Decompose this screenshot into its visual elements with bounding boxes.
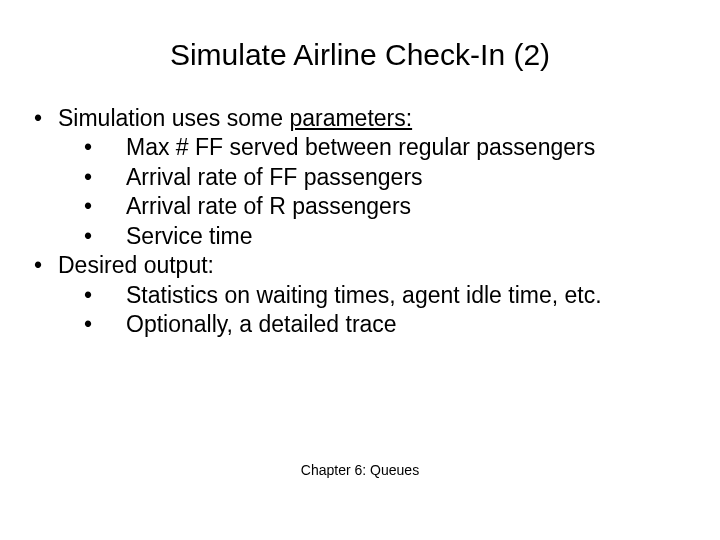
- list-item: • Optionally, a detailed trace: [76, 310, 690, 339]
- sub-list: • Statistics on waiting times, agent idl…: [18, 281, 690, 340]
- bullet-icon: •: [76, 133, 126, 162]
- list-item-text: Simulation uses some parameters:: [58, 104, 690, 133]
- list-item: • Arrival rate of R passengers: [76, 192, 690, 221]
- bullet-icon: •: [18, 251, 58, 280]
- text-run: Simulation uses some: [58, 105, 289, 131]
- bullet-icon: •: [76, 163, 126, 192]
- slide-title: Simulate Airline Check-In (2): [0, 0, 720, 104]
- list-item-text: Desired output:: [58, 251, 690, 280]
- list-item-text: Max # FF served between regular passenge…: [126, 133, 690, 162]
- list-item-text: Arrival rate of FF passengers: [126, 163, 690, 192]
- bullet-icon: •: [76, 192, 126, 221]
- list-item: • Simulation uses some parameters:: [18, 104, 690, 133]
- list-item: • Statistics on waiting times, agent idl…: [76, 281, 690, 310]
- bullet-icon: •: [76, 310, 126, 339]
- list-item: • Service time: [76, 222, 690, 251]
- slide-body: • Simulation uses some parameters: • Max…: [0, 104, 720, 340]
- sub-list: • Max # FF served between regular passen…: [18, 133, 690, 251]
- list-item: • Arrival rate of FF passengers: [76, 163, 690, 192]
- list-item: • Desired output:: [18, 251, 690, 280]
- list-item-text: Statistics on waiting times, agent idle …: [126, 281, 690, 310]
- slide-footer: Chapter 6: Queues: [0, 462, 720, 478]
- list-item-text: Arrival rate of R passengers: [126, 192, 690, 221]
- bullet-icon: •: [76, 281, 126, 310]
- text-run-underlined: parameters:: [289, 105, 412, 131]
- bullet-icon: •: [18, 104, 58, 133]
- list-item-text: Optionally, a detailed trace: [126, 310, 690, 339]
- bullet-icon: •: [76, 222, 126, 251]
- list-item-text: Service time: [126, 222, 690, 251]
- list-item: • Max # FF served between regular passen…: [76, 133, 690, 162]
